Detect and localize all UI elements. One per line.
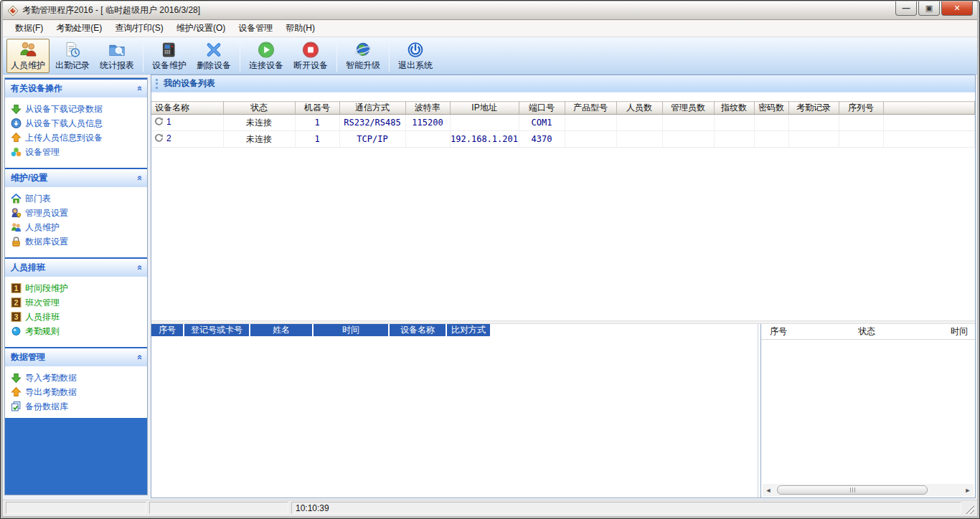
sidebar-item-personnel-maintain[interactable]: 人员维护	[11, 220, 147, 234]
menu-attendance[interactable]: 考勤处理(E)	[50, 20, 108, 37]
toolbar-label: 断开设备	[293, 59, 328, 72]
clock-text: 10:10:39	[296, 503, 329, 513]
col-password-count[interactable]: 密码数	[754, 102, 788, 115]
toolbar-separator	[389, 40, 390, 72]
personnel-maintain-button[interactable]: 人员维护	[6, 39, 50, 73]
section-header-maintain-setting[interactable]: 维护/设置 »	[5, 169, 147, 187]
toolbar-separator	[143, 40, 143, 72]
col-time[interactable]: 时间	[314, 324, 388, 336]
sidebar-item-download-personnel[interactable]: 从设备下载人员信息	[11, 116, 147, 130]
col-baud-rate[interactable]: 波特率	[405, 102, 450, 115]
report-button[interactable]: 统计报表	[95, 39, 138, 73]
menu-device-manage[interactable]: 设备管理	[232, 20, 279, 37]
sidebar-item-database-setting[interactable]: 数据库设置	[11, 234, 147, 249]
bottom-area: 序号 登记号或卡号 姓名 时间 设备名称 比对方式 序号 状态 时间	[151, 324, 975, 497]
col-serial-no[interactable]: 序列号	[839, 102, 883, 115]
password-count	[754, 115, 788, 131]
col-status[interactable]: 状态	[223, 102, 295, 115]
col-device-name[interactable]: 设备名称	[390, 324, 446, 336]
col-personnel-count[interactable]: 人员数	[616, 102, 662, 115]
smart-upgrade-button[interactable]: 智能升级	[341, 39, 385, 73]
upload-orange-icon	[11, 133, 22, 143]
section-header-data-manage[interactable]: 数据管理 »	[5, 348, 147, 366]
col-ip-address[interactable]: IP地址	[450, 102, 519, 115]
drag-grip-icon[interactable]	[156, 79, 158, 89]
exit-system-icon	[405, 41, 426, 59]
col-name[interactable]: 姓名	[250, 324, 312, 336]
minimize-button[interactable]: —	[895, 1, 917, 16]
sidebar-item-label: 上传人员信息到设备	[25, 132, 103, 144]
device-maintain-button[interactable]: 设备维护	[148, 39, 191, 73]
scroll-left-arrow-icon[interactable]: ◄	[763, 485, 774, 495]
department-home-icon	[11, 194, 22, 204]
col-verify-mode[interactable]: 比对方式	[447, 324, 490, 336]
sidebar-item-label: 导出考勤数据	[25, 386, 77, 399]
users-small-icon	[11, 222, 22, 232]
sidebar-item-upload-personnel[interactable]: 上传人员信息到设备	[11, 130, 147, 145]
resize-grip-icon[interactable]	[964, 504, 974, 514]
sidebar-item-admin-setting[interactable]: 管理员设置	[11, 206, 147, 220]
title-bar: 考勤管理程序2016 - [ 临时超级用户 2016/3/28] — ▣ ✕	[3, 1, 977, 20]
number-1-icon: 1	[11, 283, 22, 293]
col-time[interactable]: 时间	[929, 325, 975, 338]
scrollbar-thumb[interactable]	[777, 485, 928, 495]
col-product-model[interactable]: 产品型号	[565, 102, 616, 115]
sidebar-item-attendance-rule[interactable]: 考勤规则	[11, 324, 147, 338]
collapse-chevron-icon[interactable]: »	[133, 86, 144, 91]
col-seq[interactable]: 序号	[151, 324, 183, 336]
sidebar-item-export-data[interactable]: 导出考勤数据	[11, 385, 147, 399]
col-comm-mode[interactable]: 通信方式	[339, 102, 405, 115]
sidebar-item-label: 备份数据库	[25, 401, 68, 413]
personnel-count	[616, 115, 662, 131]
number-2-icon: 2	[11, 297, 22, 308]
sidebar-item-backup-database[interactable]: 备份数据库	[11, 399, 147, 414]
col-seq[interactable]: 序号	[761, 325, 804, 338]
filler-cell	[883, 131, 975, 148]
sync-icon	[154, 117, 164, 126]
svg-text:3: 3	[14, 313, 19, 321]
section-header-personnel-shift[interactable]: 人员排班 »	[5, 259, 147, 277]
sidebar-item-shift-manage[interactable]: 2 班次管理	[11, 295, 147, 310]
sidebar-item-department-table[interactable]: 部门表	[11, 191, 147, 206]
device-row-1[interactable]: 1 未连接 1 RS232/RS485 115200 COM1	[151, 115, 975, 131]
col-attendance-records[interactable]: 考勤记录	[788, 102, 839, 115]
collapse-chevron-icon[interactable]: »	[133, 265, 144, 270]
connect-device-icon	[255, 41, 277, 59]
device-list-caption-bar: 我的设备列表	[151, 75, 975, 92]
menu-data[interactable]: 数据(F)	[9, 20, 50, 37]
attendance-records	[788, 131, 839, 148]
sidebar-item-import-data[interactable]: 导入考勤数据	[11, 371, 147, 385]
device-list-caption: 我的设备列表	[164, 77, 215, 90]
menu-maintain-setting[interactable]: 维护/设置(O)	[170, 20, 232, 37]
sidebar-item-personnel-shift[interactable]: 3 人员排班	[11, 310, 147, 324]
section-header-device-operations[interactable]: 有关设备操作 »	[5, 80, 147, 97]
col-port[interactable]: 端口号	[519, 102, 565, 115]
col-machine-no[interactable]: 机器号	[295, 102, 339, 115]
realtime-header-row: 序号 登记号或卡号 姓名 时间 设备名称 比对方式	[151, 324, 758, 336]
col-status[interactable]: 状态	[804, 325, 929, 338]
disconnect-device-button[interactable]: 断开设备	[289, 39, 332, 73]
menu-help[interactable]: 帮助(H)	[279, 20, 321, 37]
sidebar-item-device-manage[interactable]: 设备管理	[11, 145, 147, 159]
collapse-chevron-icon[interactable]: »	[133, 176, 144, 181]
baud-rate: 115200	[405, 115, 450, 131]
scroll-right-arrow-icon[interactable]: ►	[962, 485, 974, 495]
attendance-record-button[interactable]: 出勤记录	[51, 39, 94, 73]
col-device-name[interactable]: 设备名称	[151, 102, 223, 115]
close-button[interactable]: ✕	[941, 1, 973, 16]
col-reg-or-card-no[interactable]: 登记号或卡号	[184, 324, 249, 336]
col-fingerprint-count[interactable]: 指纹数	[714, 102, 754, 115]
device-row-2[interactable]: 2 未连接 1 TCP/IP 192.168.1.201 4370	[151, 131, 975, 148]
serial-no	[839, 115, 883, 131]
delete-device-button[interactable]: 删除设备	[192, 39, 235, 73]
sidebar-item-download-records[interactable]: 从设备下载记录数据	[11, 102, 147, 116]
menu-query-print[interactable]: 查询/打印(S)	[108, 20, 169, 37]
sidebar-item-label: 部门表	[25, 193, 51, 205]
section-title: 有关设备操作	[11, 82, 62, 95]
maximize-button[interactable]: ▣	[918, 1, 940, 16]
sidebar-item-time-period[interactable]: 1 时间段维护	[11, 281, 147, 295]
col-admin-count[interactable]: 管理员数	[662, 102, 714, 115]
connect-device-button[interactable]: 连接设备	[245, 39, 288, 73]
exit-system-button[interactable]: 退出系统	[394, 39, 437, 73]
collapse-chevron-icon[interactable]: »	[133, 355, 144, 360]
